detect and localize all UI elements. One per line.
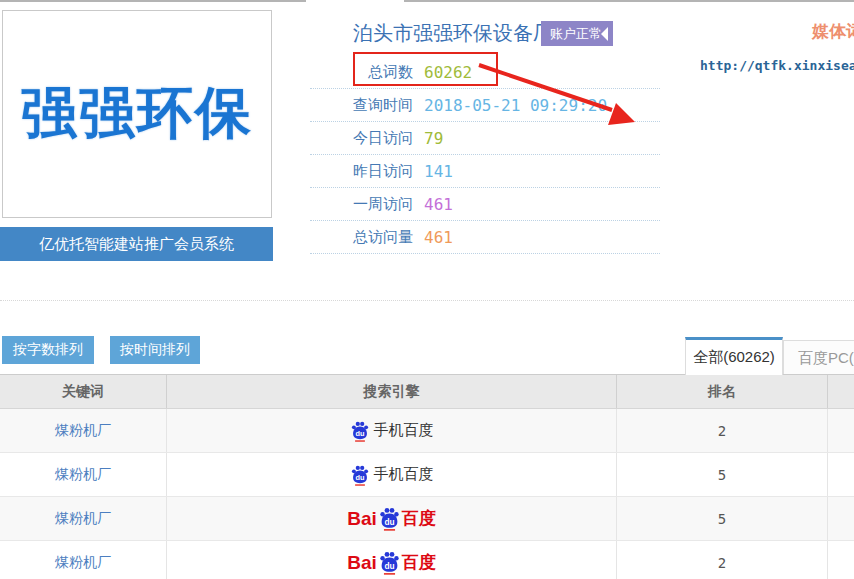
column-header-keyword: 关键词 (0, 375, 167, 408)
keyword-cell: 煤粉机厂 (0, 541, 167, 579)
engine-cell: Bai du 百度 (167, 541, 617, 579)
stat-value: 461 (424, 228, 453, 247)
account-status-badge: 账户正常 (541, 21, 613, 46)
stat-row-today-visits: 今日访问 79 (310, 122, 660, 155)
engine-label: 手机百度 (374, 421, 434, 440)
media-words-heading: 媒体词 (812, 20, 854, 43)
page: 强强环保 亿优托智能建站推广会员系统 泊头市强强环保设备厂 账户正常 媒体词 h… (0, 0, 854, 579)
company-logo-box: 强强环保 (2, 10, 272, 218)
stat-row-query-time: 查询时间 2018-05-21 09:29:20 (310, 89, 660, 122)
stat-value: 79 (424, 129, 443, 148)
baidu-logo-text: 百度 (402, 507, 436, 530)
page-title: 泊头市强强环保设备厂 (353, 20, 553, 47)
rank-cell: 2 (617, 541, 828, 579)
account-status-label: 账户正常 (550, 26, 602, 41)
keyword-table: 关键词 搜索引擎 排名 煤粉机厂 du 手机百度 2 煤粉机厂 (0, 374, 854, 579)
table-row: 煤粉机厂 Bai du 百度 5 (0, 497, 854, 541)
column-header-rank: 排名 (617, 375, 828, 408)
table-header-row: 关键词 搜索引擎 排名 (0, 375, 854, 409)
engine-label: 手机百度 (374, 465, 434, 484)
baidu-paw-icon: du (378, 506, 401, 531)
stat-value: 461 (424, 195, 453, 214)
site-url-link[interactable]: http://qtfk.xinxisea. (700, 58, 854, 73)
extra-cell (828, 541, 854, 579)
stat-label: 昨日访问 (310, 162, 413, 181)
stat-value: 2018-05-21 09:29:20 (424, 96, 607, 115)
baidu-paw-icon: du (350, 464, 370, 486)
tab-baidu-pc[interactable]: 百度PC(30 (783, 340, 854, 375)
keyword-cell: 煤粉机厂 (0, 453, 167, 496)
sort-by-time-button[interactable]: 按时间排列 (110, 336, 200, 364)
company-logo-text: 强强环保 (21, 76, 253, 152)
table-row: 煤粉机厂 du 手机百度 5 (0, 453, 854, 497)
table-row: 煤粉机厂 Bai du 百度 2 (0, 541, 854, 579)
svg-text:du: du (355, 429, 364, 438)
extra-cell (828, 497, 854, 540)
top-border-right (404, 0, 854, 2)
engine-cell: du 手机百度 (167, 409, 617, 452)
engine-cell: du 手机百度 (167, 453, 617, 496)
svg-text:du: du (384, 517, 394, 527)
baidu-paw-icon: du (378, 550, 401, 575)
section-divider (0, 300, 854, 301)
badge-ribbon-notch-icon (601, 27, 608, 41)
svg-text:du: du (384, 561, 394, 571)
rank-cell: 5 (617, 497, 828, 540)
keyword-cell: 煤粉机厂 (0, 409, 167, 452)
tab-all[interactable]: 全部(60262) (685, 337, 783, 375)
stat-value: 141 (424, 162, 453, 181)
extra-cell (828, 453, 854, 496)
baidu-paw-icon: du (350, 420, 370, 442)
keyword-cell: 煤粉机厂 (0, 497, 167, 540)
stat-row-total-visits: 总访问量 461 (310, 221, 660, 254)
rank-cell: 5 (617, 453, 828, 496)
stat-row-week-visits: 一周访问 461 (310, 188, 660, 221)
stat-label: 一周访问 (310, 195, 413, 214)
stat-row-yesterday-visits: 昨日访问 141 (310, 155, 660, 188)
baidu-logo-bai: Bai (347, 508, 377, 530)
table-row: 煤粉机厂 du 手机百度 2 (0, 409, 854, 453)
stat-label: 今日访问 (310, 129, 413, 148)
rank-cell: 2 (617, 409, 828, 452)
svg-text:du: du (355, 473, 364, 482)
baidu-logo-bai: Bai (347, 552, 377, 574)
member-system-banner: 亿优托智能建站推广会员系统 (0, 227, 273, 261)
engine-cell: Bai du 百度 (167, 497, 617, 540)
top-border-left (0, 0, 306, 2)
extra-cell (828, 409, 854, 452)
sort-by-words-button[interactable]: 按字数排列 (2, 336, 94, 364)
stat-label: 总访问量 (310, 228, 413, 247)
annotation-red-box (353, 52, 498, 86)
baidu-logo-text: 百度 (402, 551, 436, 574)
stat-label: 查询时间 (310, 96, 413, 115)
column-header-engine: 搜索引擎 (167, 375, 617, 408)
column-header-extra (828, 375, 854, 408)
